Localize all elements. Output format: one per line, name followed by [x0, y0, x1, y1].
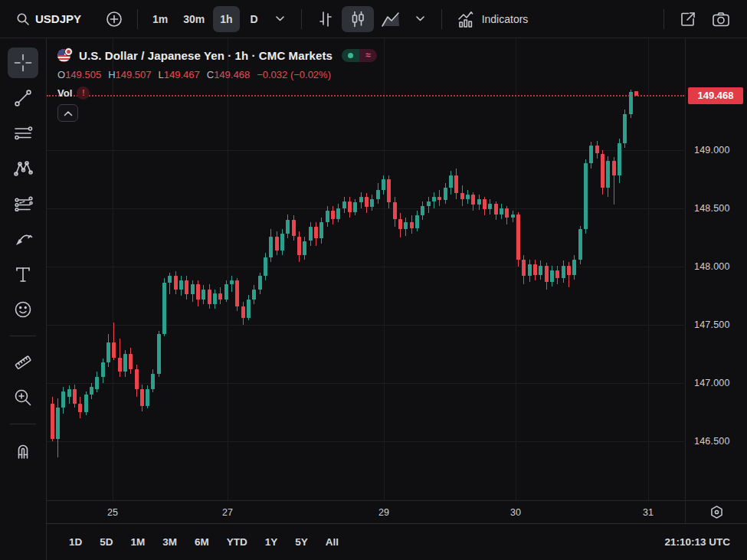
candle-body [140, 389, 144, 407]
candle-body [224, 284, 228, 300]
high-label: H [108, 69, 115, 80]
candle-body [612, 161, 616, 176]
candle-body [449, 175, 453, 187]
range-button-1m[interactable]: 1M [126, 532, 151, 552]
candle-body [61, 391, 65, 408]
realtime-status-icon [342, 49, 359, 62]
trend-line-tool[interactable] [8, 83, 38, 113]
candle-body [370, 199, 374, 208]
chart-pane[interactable]: U.S. Dollar / Japanese Yen · 1h · CMC Ma… [47, 38, 684, 500]
candle-body [477, 199, 481, 205]
style-menu-button[interactable] [408, 6, 434, 32]
share-button[interactable] [672, 6, 704, 32]
high-value: 149.507 [116, 69, 152, 80]
volume-error-icon[interactable]: ! [77, 87, 90, 100]
interval-button-d[interactable]: D [241, 6, 267, 32]
magnet-tool[interactable] [8, 435, 38, 466]
candle-body [555, 270, 559, 279]
candle-body [427, 201, 431, 206]
candle-body [297, 237, 301, 255]
candle-body [95, 377, 99, 388]
area-style-button[interactable] [374, 6, 408, 32]
candle-body [129, 354, 133, 369]
low-value: 149.467 [164, 69, 200, 80]
forecast-tool[interactable] [8, 188, 38, 219]
candle-body [67, 389, 71, 398]
interval-button-group: 1m30m1hD [146, 6, 267, 32]
candle-body [382, 179, 385, 190]
candle-wick [231, 276, 232, 292]
measure-tool[interactable] [8, 347, 38, 378]
share-icon [679, 10, 697, 28]
price-axis[interactable]: 149.000148.500148.000147.500147.000146.5… [685, 38, 747, 500]
collapse-legend-button[interactable] [57, 104, 78, 122]
indicators-button[interactable]: Indicators [450, 6, 536, 32]
candle-body [606, 161, 610, 188]
price-tick-label: 147.000 [694, 378, 730, 388]
horizontal-lines-tool[interactable] [8, 118, 38, 149]
search-icon [16, 12, 30, 26]
brush-tool[interactable] [8, 224, 38, 254]
delayed-data-icon: ≈ [359, 49, 377, 62]
price-gridline [47, 441, 684, 442]
candle-body [241, 306, 245, 318]
candle-body [112, 342, 116, 358]
candle-body [252, 290, 256, 299]
range-button-1y[interactable]: 1Y [260, 532, 283, 552]
candle-body [84, 395, 88, 412]
range-button-5d[interactable]: 5D [94, 532, 118, 552]
legend-symbol-title[interactable]: U.S. Dollar / Japanese Yen · 1h · CMC Ma… [79, 49, 333, 62]
candle-body [545, 266, 549, 282]
interval-button-1h[interactable]: 1h [213, 6, 239, 32]
candle-body [151, 374, 155, 389]
time-axis[interactable]: 2527293031 [47, 500, 685, 523]
candle-body [359, 197, 363, 203]
candle-body [511, 215, 515, 218]
emoji-tool[interactable] [8, 294, 38, 325]
candle-body [208, 290, 211, 303]
chevron-down-icon [416, 16, 424, 21]
chevron-down-icon [276, 16, 284, 21]
symbol-search-button[interactable]: USDJPY [9, 6, 88, 32]
interval-button-30m[interactable]: 30m [176, 6, 211, 32]
compare-add-button[interactable] [99, 6, 129, 32]
range-button-all[interactable]: All [320, 532, 344, 552]
candle-body [56, 408, 60, 439]
candle-body [494, 204, 498, 215]
pattern-tool[interactable] [8, 153, 38, 184]
horizontal-lines-icon [12, 123, 34, 144]
interval-button-1m[interactable]: 1m [146, 6, 175, 32]
last-price-badge: 149.468 [688, 87, 743, 104]
candle-style-button[interactable] [342, 6, 374, 32]
open-label: O [57, 69, 65, 80]
candle-body [348, 201, 352, 212]
currency-unit-button[interactable] [707, 503, 726, 522]
range-button-6m[interactable]: 6M [189, 532, 215, 552]
candle-body [258, 276, 262, 290]
clock-button[interactable]: 21:10:13 UTC [660, 535, 735, 549]
candle-body [618, 143, 621, 176]
crosshair-tool[interactable] [8, 47, 38, 78]
candle-body [500, 208, 503, 215]
candle-body [275, 237, 279, 251]
candle-body [73, 389, 77, 404]
open-value: 149.505 [65, 69, 101, 80]
candle-body [247, 300, 251, 318]
text-tool[interactable] [8, 259, 38, 290]
candle-body [623, 114, 627, 143]
candle-body [135, 369, 139, 389]
zoom-in-tool[interactable] [8, 382, 38, 413]
price-tick-label: 148.500 [694, 203, 730, 214]
range-button-ytd[interactable]: YTD [221, 532, 253, 552]
time-gridline [384, 38, 385, 500]
range-button-3m[interactable]: 3M [157, 532, 182, 552]
bar-style-button[interactable] [310, 6, 342, 32]
interval-menu-button[interactable] [267, 6, 293, 32]
candle-body [437, 197, 441, 201]
range-button-1d[interactable]: 1D [64, 532, 87, 552]
candle-body [286, 220, 290, 234]
candle-body [218, 293, 222, 300]
screenshot-button[interactable] [704, 6, 738, 32]
ruler-icon [12, 352, 34, 373]
range-button-5y[interactable]: 5Y [290, 532, 313, 552]
